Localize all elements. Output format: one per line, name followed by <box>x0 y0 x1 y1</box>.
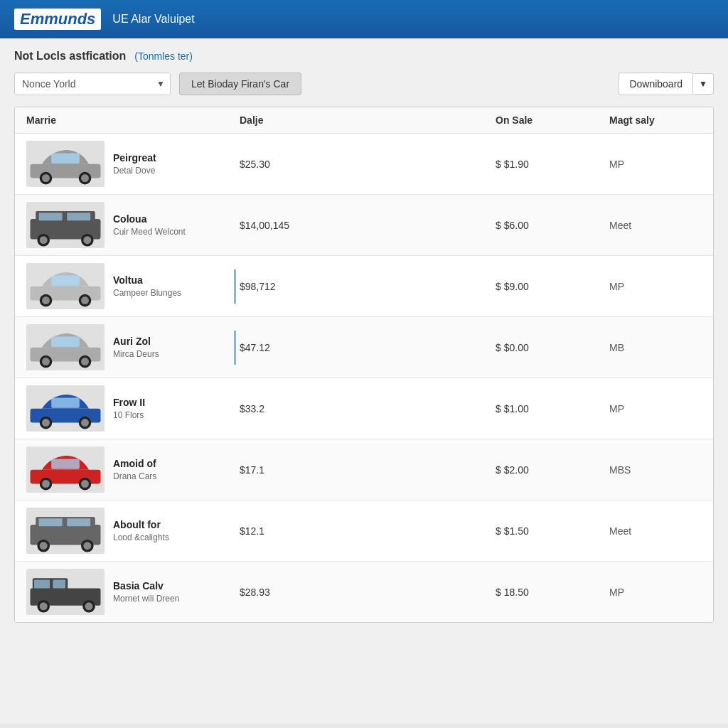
on-sale-price: $17.1 <box>240 464 496 476</box>
car-info: Auri Zol Mirca Deurs <box>113 336 159 359</box>
logo: Emmunds <box>14 9 101 30</box>
car-cell: Frow II 10 Flors <box>26 385 240 432</box>
table-row[interactable]: Amoid of Drana Cars $17.1 $ $2.00 MBS <box>15 439 713 500</box>
car-image <box>26 324 105 370</box>
magt-price: $ $9.00 <box>496 281 609 292</box>
table-row[interactable]: Basia Calv Mornet wili Dreen $28.93 $ 18… <box>15 562 713 622</box>
secondary-button-arrow[interactable]: ▼ <box>692 73 714 95</box>
table-row[interactable]: Aboult for Lood &calights $12.1 $ $1.50 … <box>15 500 713 562</box>
car-sub: Cuir Meed Welcont <box>113 227 186 237</box>
car-info: Basia Calv Mornet wili Dreen <box>113 580 179 604</box>
svg-rect-49 <box>53 579 65 588</box>
car-cell: Amoid of Drana Cars <box>26 446 240 493</box>
car-sub: 10 Flors <box>113 410 145 420</box>
svg-rect-5 <box>51 154 80 164</box>
col-dalje: Dalje <box>240 114 496 126</box>
demp-value: Meet <box>609 220 702 231</box>
demp-value: MBS <box>609 464 702 476</box>
svg-point-36 <box>81 480 89 488</box>
svg-rect-45 <box>67 518 90 526</box>
magt-price: $ $6.00 <box>496 220 609 231</box>
svg-rect-37 <box>51 459 80 469</box>
car-cell: Auri Zol Mirca Deurs <box>26 324 240 370</box>
svg-point-11 <box>83 236 91 244</box>
on-sale-price: $12.1 <box>240 525 496 537</box>
car-name: Coloua <box>113 213 186 225</box>
table-row[interactable]: Voltua Campeer Blunges $98,712 $ $9.00 M… <box>15 256 713 317</box>
car-image <box>26 446 105 493</box>
header-subtitle: UE Alar Valuipet <box>112 13 194 26</box>
car-sub: Campeer Blunges <box>113 288 181 298</box>
demp-value: MP <box>609 281 702 292</box>
car-name: Auri Zol <box>113 336 159 347</box>
car-info: Aboult for Lood &calights <box>113 519 169 542</box>
demp-value: MB <box>609 342 702 353</box>
col-on-sale: On Sale <box>496 114 609 126</box>
app-header: Emmunds UE Alar Valuipet <box>0 0 728 38</box>
car-sub: Mornet wili Dreen <box>113 594 179 604</box>
svg-point-41 <box>40 542 48 550</box>
svg-point-53 <box>85 602 93 610</box>
svg-point-9 <box>40 236 48 244</box>
car-image <box>26 263 105 309</box>
car-image <box>26 385 105 432</box>
svg-point-51 <box>40 602 48 610</box>
page-title-row: Not Locls astfication (Tonmles ter) <box>14 50 714 63</box>
svg-point-22 <box>42 358 50 365</box>
svg-point-24 <box>81 358 89 365</box>
car-cell: Aboult for Lood &calights <box>26 508 240 554</box>
table-row[interactable]: Frow II 10 Flors $33.2 $ $1.00 MP <box>15 378 713 439</box>
car-cell: Coloua Cuir Meed Welcont <box>26 202 240 248</box>
page-title: Not Locls astfication <box>14 50 126 62</box>
nonce-select[interactable]: Nonce Yorld <box>14 73 171 95</box>
car-cell: Basia Calv Mornet wili Dreen <box>26 569 240 615</box>
on-sale-price: $28.93 <box>240 587 496 598</box>
demp-value: MP <box>609 159 702 170</box>
svg-rect-19 <box>51 276 80 286</box>
svg-point-30 <box>81 419 89 427</box>
car-sub: Drana Cars <box>113 471 156 481</box>
demp-value: MP <box>609 587 702 598</box>
car-table: Marrie Dalje On Sale Magt saly Peirgreat… <box>14 107 714 623</box>
magt-price: $ $0.00 <box>496 342 609 353</box>
car-name: Basia Calv <box>113 580 179 592</box>
table-body: Peirgreat Detal Dove $25.30 $ $1.90 MP C… <box>15 134 713 622</box>
car-cell: Voltua Campeer Blunges <box>26 263 240 309</box>
car-info: Voltua Campeer Blunges <box>113 274 181 298</box>
svg-point-4 <box>81 174 89 182</box>
magt-price: $ $2.00 <box>496 464 609 476</box>
car-info: Coloua Cuir Meed Welcont <box>113 213 186 237</box>
car-info: Amoid of Drana Cars <box>113 458 156 481</box>
svg-point-28 <box>42 419 50 427</box>
on-sale-price: $25.30 <box>240 159 496 170</box>
svg-rect-13 <box>67 213 90 220</box>
page-link[interactable]: (Tonmles ter) <box>134 50 193 62</box>
car-name: Aboult for <box>113 519 169 530</box>
on-sale-price: $33.2 <box>240 403 496 414</box>
car-image <box>26 569 105 615</box>
secondary-button[interactable]: Downiboard <box>619 73 692 95</box>
dropdown-select[interactable]: Nonce Yorld ▼ <box>14 73 171 95</box>
col-magt: Magt saly <box>609 114 702 126</box>
on-sale-price: $98,712 <box>240 281 496 292</box>
car-cell: Peirgreat Detal Dove <box>26 141 240 187</box>
demp-value: Meet <box>609 525 702 537</box>
car-info: Peirgreat Detal Dove <box>113 152 156 176</box>
svg-point-2 <box>42 174 50 182</box>
table-row[interactable]: Peirgreat Detal Dove $25.30 $ $1.90 MP <box>15 134 713 195</box>
car-name: Frow II <box>113 397 145 408</box>
table-row[interactable]: Coloua Cuir Meed Welcont $14,00,145 $ $6… <box>15 195 713 256</box>
svg-rect-25 <box>51 337 80 347</box>
magt-price: $ $1.90 <box>496 159 609 170</box>
car-name: Amoid of <box>113 458 156 469</box>
action-button[interactable]: Let Bioday Firan's Car <box>179 73 301 95</box>
car-image <box>26 141 105 187</box>
table-row[interactable]: Auri Zol Mirca Deurs $47.12 $ $0.00 MB <box>15 317 713 378</box>
magt-price: $ $1.50 <box>496 525 609 537</box>
on-sale-price: $14,00,145 <box>240 220 496 231</box>
car-name: Voltua <box>113 274 181 286</box>
demp-value: MP <box>609 403 702 414</box>
svg-rect-48 <box>34 579 50 588</box>
car-name: Peirgreat <box>113 152 156 164</box>
svg-point-43 <box>83 542 91 550</box>
